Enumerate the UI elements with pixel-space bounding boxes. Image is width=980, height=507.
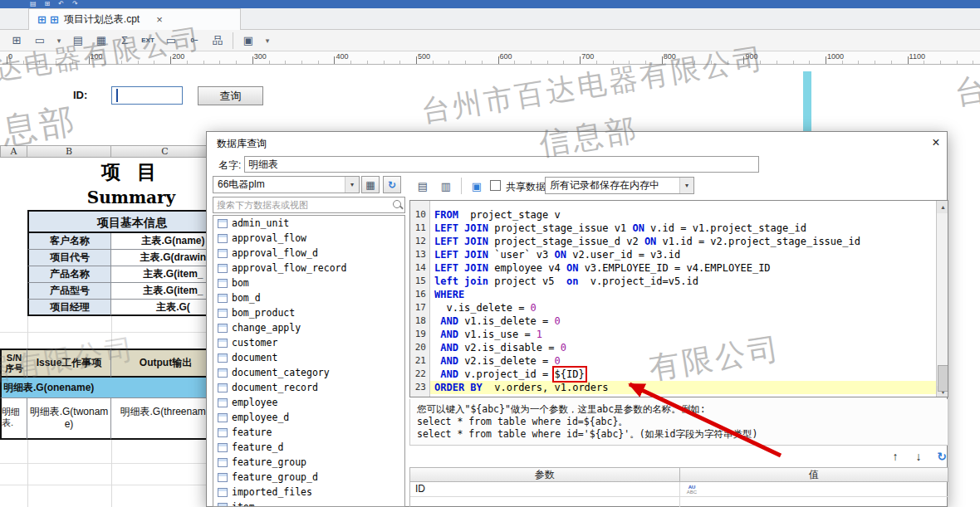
sql-line: AND v2.is_delete = 0 bbox=[430, 354, 936, 368]
table-icon bbox=[218, 458, 228, 467]
line-number: 22 bbox=[410, 368, 429, 381]
table-list-item[interactable]: feature_group_d bbox=[213, 470, 404, 485]
refresh-connection-button[interactable]: ↻ bbox=[383, 176, 401, 193]
cell-info-label-2[interactable]: 产品名称 bbox=[27, 266, 111, 283]
preview-icon[interactable]: ▭ bbox=[32, 32, 48, 49]
dialog-close-icon[interactable]: × bbox=[928, 134, 944, 151]
move-down-icon[interactable]: ↓ bbox=[911, 449, 926, 464]
cell-detail-twoname[interactable]: 明细表.G(twoname) bbox=[27, 398, 111, 440]
column-header-b[interactable]: B bbox=[27, 145, 111, 158]
ruler-label: 900 bbox=[745, 52, 757, 61]
formula-icon[interactable]: Σ bbox=[116, 32, 133, 49]
cell-detail-threename[interactable]: 明细表.G(threename bbox=[111, 398, 220, 440]
table-list-item[interactable]: approval_flow_record bbox=[213, 261, 404, 275]
insert-table-icon[interactable]: ▤ bbox=[70, 32, 86, 49]
refresh-params-icon[interactable]: ↻ bbox=[934, 449, 949, 464]
number-format-icon[interactable]: 0− bbox=[186, 32, 203, 49]
table-list-item[interactable]: approval_flow_d bbox=[213, 246, 404, 261]
export-icon[interactable]: EXT bbox=[140, 32, 156, 49]
more-dropdown-icon[interactable]: ▾ bbox=[263, 32, 272, 49]
cell-info-label-3[interactable]: 产品型号 bbox=[27, 283, 111, 300]
cell-info-label-1[interactable]: 项目代号 bbox=[27, 250, 111, 266]
export-data-icon[interactable]: ▥ bbox=[438, 178, 454, 194]
table-list-item[interactable]: bom bbox=[213, 275, 404, 290]
report-grid-icon[interactable]: ⊞ bbox=[37, 14, 47, 25]
parameter-row[interactable]: ID AU ABC bbox=[410, 482, 948, 497]
parameter-row-empty[interactable] bbox=[410, 497, 948, 507]
text-widget-icon[interactable]: ▭ bbox=[163, 32, 179, 49]
table-list-item[interactable]: employee bbox=[213, 395, 404, 410]
query-button[interactable]: 查询 bbox=[198, 86, 263, 105]
table-list-item[interactable]: document_category bbox=[213, 365, 404, 380]
move-up-icon[interactable]: ↑ bbox=[888, 449, 903, 464]
cell-merge-icon[interactable]: ⊞ bbox=[8, 32, 25, 49]
redo-icon[interactable]: ↷ bbox=[72, 1, 78, 7]
line-number: 12 bbox=[410, 235, 429, 248]
table-list-item[interactable]: change_apply bbox=[213, 320, 404, 335]
file-icon[interactable]: ▤ bbox=[30, 1, 37, 7]
cell-detail-a[interactable]: 明细表. bbox=[0, 398, 27, 440]
param-name-cell[interactable]: ID bbox=[410, 482, 680, 497]
cell-info-label-4[interactable]: 项目经理 bbox=[27, 300, 111, 316]
tab-close-icon[interactable]: × bbox=[156, 13, 163, 26]
table-icon bbox=[218, 428, 228, 437]
table-list-item[interactable]: feature_group bbox=[213, 455, 404, 470]
chart-icon[interactable]: ▦ bbox=[93, 32, 110, 49]
table-list-item[interactable]: item bbox=[213, 500, 404, 507]
undo-icon[interactable]: ↶ bbox=[58, 1, 64, 7]
column-header-a[interactable]: A bbox=[0, 145, 27, 158]
cell-sn-header[interactable]: S/N 序号 bbox=[0, 349, 27, 378]
chevron-down-icon: ▾ bbox=[345, 177, 359, 193]
sheet-grid-icon[interactable]: ⊞ bbox=[50, 14, 59, 25]
cell-info-label-0[interactable]: 客户名称 bbox=[27, 233, 111, 250]
connection-select[interactable]: 66电器plm ▾ bbox=[213, 176, 360, 193]
component-icon[interactable]: 品 bbox=[209, 32, 226, 49]
ruler-label: 200 bbox=[172, 52, 184, 61]
line-number: 11 bbox=[410, 222, 429, 235]
cell-detail-onename[interactable]: 明细表.G(onename) bbox=[0, 378, 220, 398]
preview-data-icon[interactable]: ▤ bbox=[414, 178, 431, 194]
preview-options-dropdown-icon[interactable]: ▾ bbox=[55, 32, 63, 49]
dataset-name-input[interactable] bbox=[244, 156, 759, 173]
cell-output-header[interactable]: Output输出 bbox=[111, 349, 220, 378]
cell-summary-title[interactable]: Summary bbox=[27, 186, 235, 210]
table-name: feature_group bbox=[232, 456, 306, 468]
param-value-cell[interactable]: AU ABC bbox=[680, 482, 949, 497]
table-list-item[interactable]: feature_d bbox=[213, 440, 404, 455]
table-list-item[interactable]: feature bbox=[213, 425, 404, 440]
table-list-item[interactable]: bom_product bbox=[213, 305, 404, 320]
column-header-c[interactable]: C bbox=[111, 145, 219, 158]
cell-issue-header[interactable]: Issue工作事项 bbox=[27, 349, 111, 378]
cell-info-header[interactable]: 项目基本信息 bbox=[27, 210, 235, 233]
table-icon bbox=[218, 264, 228, 273]
table-list-item[interactable]: customer bbox=[213, 335, 404, 350]
memory-mode-select[interactable]: 所有记录都保存在内存中 ▾ bbox=[545, 177, 694, 194]
scrollbar-thumb[interactable] bbox=[938, 365, 948, 392]
scroll-up-icon[interactable]: ▲ bbox=[937, 201, 948, 213]
sql-line: LEFT JOIN project_stage_issue_d v2 ON v1… bbox=[430, 235, 936, 248]
share-dataset-checkbox[interactable] bbox=[490, 180, 501, 191]
image-icon[interactable]: ▣ bbox=[240, 32, 257, 49]
format-sql-icon[interactable]: ▣ bbox=[468, 178, 485, 194]
document-tab[interactable]: ⊞⊞ 项目计划总表.cpt × bbox=[28, 8, 241, 30]
table-search-input[interactable] bbox=[213, 197, 405, 213]
cell-project-title[interactable]: 项 目 bbox=[27, 158, 235, 186]
value-column-header[interactable]: 值 bbox=[680, 468, 949, 482]
table-list-item[interactable]: approval_flow bbox=[213, 231, 404, 246]
sql-editor[interactable]: 1011121314151617181920212223 FROM projec… bbox=[409, 200, 948, 397]
id-parameter-input[interactable] bbox=[111, 86, 183, 105]
table-list-item[interactable]: employee_d bbox=[213, 410, 404, 425]
table-list-item[interactable]: document_record bbox=[213, 380, 404, 395]
sql-code-area[interactable]: FROM project_stage vLEFT JOIN project_st… bbox=[430, 201, 936, 397]
parameter-help-panel: 您可以键入"${abc}"做为一个参数，这里abc是参数的名称。例如:selec… bbox=[409, 399, 948, 446]
table-list-item[interactable]: document bbox=[213, 350, 404, 365]
editor-scrollbar[interactable]: ▲ ▼ bbox=[936, 201, 948, 397]
table-list-item[interactable]: admin_unit bbox=[213, 216, 404, 231]
table-list-item[interactable]: bom_d bbox=[213, 290, 404, 305]
save-icon[interactable]: ⊞ bbox=[45, 1, 51, 7]
sql-parameter-highlight-box: ${ID} bbox=[555, 368, 585, 380]
table-list-item[interactable]: imported_files bbox=[213, 485, 404, 500]
param-column-header[interactable]: 参数 bbox=[410, 468, 680, 482]
view-table-structure-button[interactable]: ▦ bbox=[361, 176, 380, 193]
table-list[interactable]: admin_unitapproval_flowapproval_flow_dap… bbox=[213, 215, 405, 507]
